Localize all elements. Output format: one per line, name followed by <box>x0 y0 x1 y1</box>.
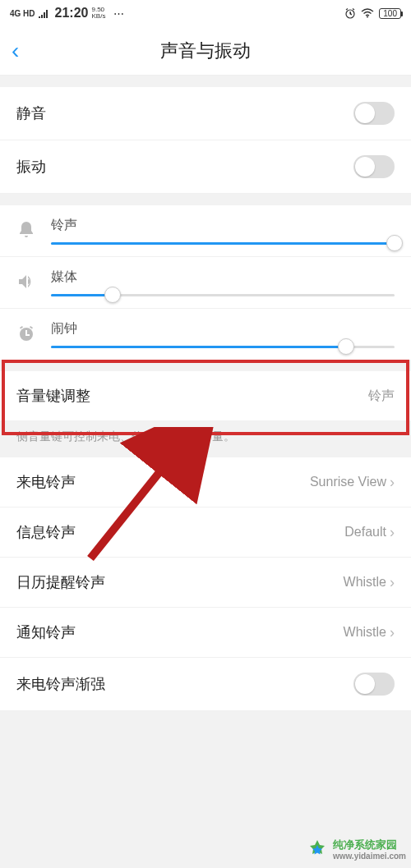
chevron-icon: › <box>390 574 395 591</box>
chevron-icon: › <box>390 474 395 491</box>
ringtone-slider-row: 铃声 <box>0 205 411 257</box>
notification-ringtone-row[interactable]: 通知铃声 Whistle› <box>0 608 411 658</box>
more-icon: ⋯ <box>113 7 126 20</box>
speaker-icon <box>16 272 36 292</box>
incoming-ringtone-row[interactable]: 来电铃声 Sunrise View› <box>0 457 411 507</box>
ascending-ringtone-label: 来电铃声渐强 <box>16 674 105 694</box>
page-title: 声音与振动 <box>160 39 251 63</box>
vibrate-toggle[interactable] <box>353 155 395 178</box>
mute-toggle[interactable] <box>353 102 395 125</box>
watermark-url: www.yidaimei.com <box>333 851 406 862</box>
vibrate-row[interactable]: 振动 <box>0 140 411 194</box>
svg-point-1 <box>367 16 368 18</box>
volume-sliders-section: 铃声 媒体 闹钟 <box>0 205 411 360</box>
media-slider-label: 媒体 <box>51 269 395 286</box>
media-slider[interactable] <box>51 294 395 296</box>
status-speed: 9.50KB/s <box>91 7 105 20</box>
wifi-icon <box>361 8 374 18</box>
watermark-name: 纯净系统家园 <box>333 838 397 851</box>
ringtone-slider-label: 铃声 <box>51 217 395 234</box>
chevron-icon: › <box>390 624 395 641</box>
message-ringtone-label: 信息铃声 <box>16 522 76 542</box>
alarm-slider-row: 闹钟 <box>0 309 411 360</box>
battery-indicator: 100 <box>379 8 401 19</box>
ringtone-slider[interactable] <box>51 242 395 245</box>
volume-key-value: 铃声 <box>368 388 395 405</box>
watermark: 纯净系统家园 www.yidaimei.com <box>305 838 406 863</box>
calendar-ringtone-value: Whistle <box>344 575 386 590</box>
media-slider-row: 媒体 <box>0 257 411 309</box>
bell-icon <box>16 220 36 240</box>
alarm-slider-label: 闹钟 <box>51 320 395 338</box>
alarm-slider[interactable] <box>51 346 395 348</box>
watermark-logo-icon <box>305 838 330 863</box>
incoming-ringtone-label: 来电铃声 <box>16 472 76 492</box>
mute-row[interactable]: 静音 <box>0 87 411 140</box>
incoming-ringtone-value: Sunrise View <box>310 475 386 489</box>
notification-ringtone-value: Whistle <box>344 625 386 640</box>
network-indicator: 4G HD <box>10 9 35 18</box>
ascending-toggle[interactable] <box>353 673 395 696</box>
calendar-ringtone-label: 日历提醒铃声 <box>16 572 105 592</box>
ascending-ringtone-row[interactable]: 来电铃声渐强 <box>0 658 411 711</box>
signal-icon <box>39 8 50 18</box>
message-ringtone-value: Default <box>344 525 386 540</box>
volume-key-label: 音量键调整 <box>16 386 90 406</box>
alarm-icon <box>16 324 36 343</box>
volume-key-row[interactable]: 音量键调整 铃声 <box>0 371 411 421</box>
vibrate-label: 振动 <box>16 157 46 177</box>
calendar-ringtone-row[interactable]: 日历提醒铃声 Whistle› <box>0 558 411 608</box>
message-ringtone-row[interactable]: 信息铃声 Default› <box>0 507 411 558</box>
alarm-status-icon <box>344 7 356 19</box>
volume-key-desc: 侧音量键可控制来电、信息和通知的音量。 <box>0 421 411 457</box>
chevron-icon: › <box>390 524 395 541</box>
status-time: 21:20 <box>55 6 89 21</box>
page-header: ‹ 声音与振动 <box>0 26 411 76</box>
status-bar: 4G HD 21:20 9.50KB/s ⋯ 100 <box>0 0 411 26</box>
notification-ringtone-label: 通知铃声 <box>16 622 76 642</box>
mute-label: 静音 <box>16 103 46 123</box>
back-button[interactable]: ‹ <box>12 38 19 64</box>
